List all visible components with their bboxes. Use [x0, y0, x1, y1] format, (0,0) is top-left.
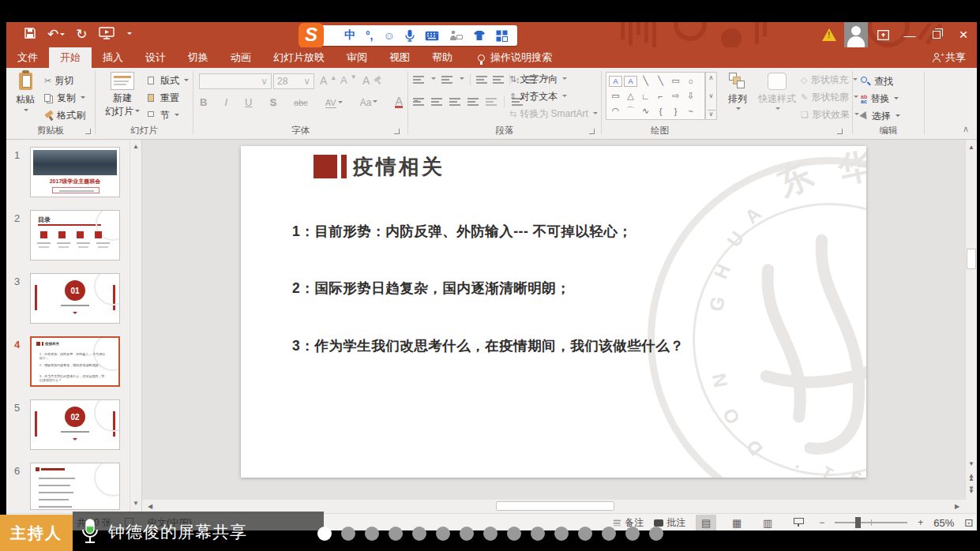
gallery-down-icon[interactable]: ∨	[709, 92, 714, 99]
thumb-scroll-up-icon[interactable]: ▲	[130, 143, 141, 150]
scroll-right-icon[interactable]: ▶	[951, 500, 963, 513]
tell-me-search[interactable]: 操作说明搜索	[478, 47, 552, 68]
thumbnail-scrollbar[interactable]: ▲ ▼	[130, 140, 141, 513]
start-slideshow-icon[interactable]	[99, 27, 115, 43]
shape-fill-button[interactable]: ◇ 形状填充	[801, 73, 858, 87]
tab-animations[interactable]: 动画	[220, 47, 262, 68]
tab-home[interactable]: 开始	[49, 47, 92, 68]
thumb-scroll-down-icon[interactable]: ▼	[130, 500, 141, 507]
ime-toolbox-icon[interactable]	[496, 30, 508, 42]
zoom-in-button[interactable]: +	[918, 517, 923, 528]
shape-cell[interactable]: A	[609, 76, 622, 87]
horizontal-scroll-thumb[interactable]	[496, 501, 614, 511]
upload-pending-warning-icon[interactable]: !	[816, 22, 843, 47]
copy-button[interactable]: 复制	[44, 92, 85, 105]
minimize-button[interactable]: —	[896, 22, 923, 47]
ime-voice-icon[interactable]	[405, 29, 415, 42]
align-center-icon[interactable]	[431, 97, 442, 107]
reading-view-button[interactable]: ▥	[757, 515, 778, 530]
ime-handwriting-icon[interactable]	[449, 30, 463, 41]
vertical-scroll-thumb[interactable]	[967, 249, 976, 269]
shape-cell[interactable]: ▭	[669, 74, 682, 88]
shape-cell[interactable]: ▭	[609, 89, 622, 103]
shape-cell[interactable]: ◠	[609, 104, 622, 118]
account-avatar[interactable]	[843, 22, 869, 47]
copy-dropdown-icon[interactable]	[81, 96, 85, 101]
shape-cell[interactable]: ○	[684, 74, 697, 88]
replace-button[interactable]: abac 替换	[861, 92, 899, 106]
next-slide-icon[interactable]: ▼▼	[966, 487, 977, 493]
text-direction-button[interactable]: ⇅ 文字方向	[509, 73, 567, 86]
close-button[interactable]: ×	[950, 22, 977, 47]
shape-cell[interactable]: ⇨	[669, 89, 682, 103]
slide-body-line-2[interactable]: 2：国际形势日趋复杂，国内逐渐清晰明朗；	[292, 279, 570, 298]
tab-insert[interactable]: 插入	[92, 47, 134, 68]
numbering-icon[interactable]	[441, 75, 452, 85]
shape-effects-button[interactable]: ❏ 形状效果	[801, 108, 859, 122]
change-case-button[interactable]: Aa	[360, 97, 378, 108]
font-dialog-launcher-icon[interactable]	[394, 129, 400, 134]
convert-smartart-button[interactable]: ⇆ 转换为 SmartArt	[509, 107, 598, 121]
shape-cell[interactable]: △	[624, 89, 637, 103]
undo-dropdown-icon[interactable]	[60, 33, 65, 38]
shape-cell[interactable]: ╲	[654, 74, 667, 88]
save-icon[interactable]	[24, 27, 36, 43]
share-button[interactable]: + 共享	[932, 47, 966, 68]
ime-language-mode-icon[interactable]: 中	[344, 28, 355, 43]
align-left-icon[interactable]	[413, 97, 424, 107]
bullets-icon[interactable]	[413, 75, 424, 85]
ime-emoji-icon[interactable]: ☺	[384, 29, 395, 42]
sogou-logo-icon[interactable]: S	[299, 23, 324, 47]
zoom-level-label[interactable]: 65%	[933, 517, 954, 529]
shape-cell[interactable]: ∟	[639, 89, 652, 103]
shape-cell[interactable]: ╲	[639, 74, 652, 88]
quick-access-dropdown-icon[interactable]	[127, 32, 132, 37]
shape-cell[interactable]: {	[654, 104, 667, 118]
text-shadow-button[interactable]: S	[269, 96, 276, 108]
quick-styles-button[interactable]: 快速样式	[757, 73, 798, 112]
slide-thumbnail-2[interactable]: 目录	[30, 210, 120, 261]
slide-thumbnail-1[interactable]: 2017级学业主题班会	[30, 147, 120, 197]
bullets-dropdown-icon[interactable]	[431, 77, 436, 82]
slide-thumbnail-5[interactable]: 02	[30, 399, 120, 450]
shape-outline-button[interactable]: ✎ 形状轮廓	[801, 91, 858, 104]
character-spacing-button[interactable]: AV	[325, 98, 343, 107]
numbering-dropdown-icon[interactable]	[460, 77, 464, 82]
arrange-button[interactable]: 排列	[722, 73, 753, 112]
distribute-icon[interactable]	[486, 97, 497, 107]
ime-keyboard-icon[interactable]	[425, 31, 439, 41]
font-size-combo[interactable]: 28∨	[273, 73, 314, 89]
new-slide-button[interactable]: 新建 幻灯片	[105, 72, 140, 118]
decrease-indent-icon[interactable]	[476, 75, 487, 85]
zoom-slider[interactable]	[835, 517, 907, 528]
collapse-ribbon-icon[interactable]: ∧	[963, 124, 969, 134]
section-button[interactable]: 节	[148, 109, 179, 122]
tab-file[interactable]: 文件	[6, 47, 49, 68]
zoom-out-button[interactable]: −	[819, 517, 824, 528]
ime-skin-icon[interactable]	[473, 30, 486, 41]
increase-indent-icon[interactable]	[493, 75, 504, 85]
shape-cell[interactable]: }	[669, 104, 682, 118]
slide-canvas[interactable]: 东 华 A U H G N O D · 1 9	[241, 146, 866, 478]
align-text-button[interactable]: ⇕ 对齐文本	[509, 90, 567, 103]
bold-button[interactable]: B	[200, 96, 207, 108]
normal-view-button[interactable]: ▤	[696, 515, 716, 530]
find-button[interactable]: 查找	[861, 75, 893, 88]
drawing-dialog-launcher-icon[interactable]	[837, 129, 843, 134]
align-right-icon[interactable]	[449, 97, 460, 107]
slideshow-view-button[interactable]	[788, 515, 809, 530]
slide-title[interactable]: 疫情相关	[353, 153, 445, 181]
shape-cell[interactable]: ∿	[639, 104, 652, 118]
undo-button[interactable]: ↶	[47, 24, 65, 45]
shape-cell[interactable]: ⌒	[624, 104, 637, 118]
ime-punctuation-icon[interactable]: °,	[366, 29, 374, 42]
shape-cell[interactable]: A	[624, 76, 637, 87]
slide-body-line-3[interactable]: 3：作为学生我们改思考什么，在疫情期间，我们该做些什么？	[292, 336, 684, 355]
previous-slide-icon[interactable]: ▲▲	[966, 474, 977, 481]
paste-button[interactable]: 粘贴	[11, 73, 39, 114]
scroll-down-icon[interactable]: ▼	[966, 460, 977, 467]
tab-view[interactable]: 视图	[378, 47, 421, 68]
shape-cell[interactable]: ⌐	[654, 89, 667, 103]
slide-thumbnail-3[interactable]: 01	[30, 273, 120, 324]
microphone-icon[interactable]	[81, 519, 100, 545]
